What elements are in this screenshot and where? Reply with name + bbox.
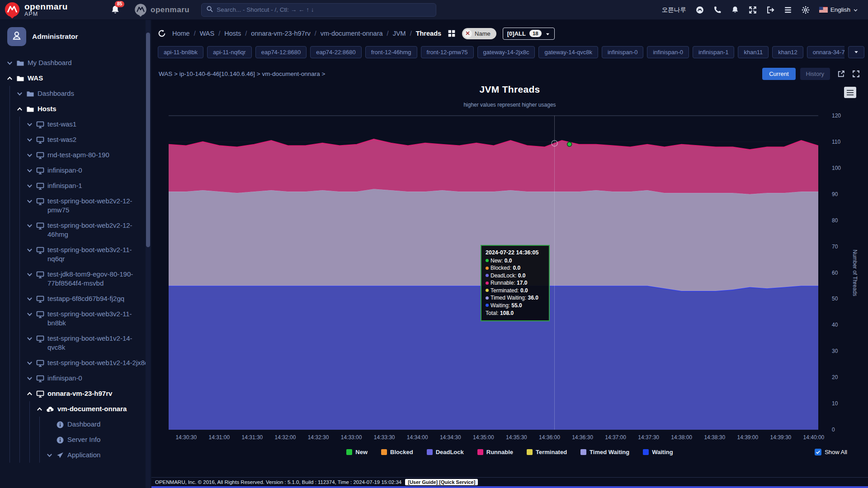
breadcrumb-item[interactable]: vm-document-onnara (321, 30, 383, 37)
breadcrumb-item[interactable]: Hosts (224, 30, 241, 37)
server-chip[interactable]: eap74-22:8680 (310, 46, 361, 58)
tree-item-testapp-6f8cd67b94-fj2gq[interactable]: testapp-6f8cd67b94-fj2gq (20, 291, 151, 306)
admin-profile[interactable]: Administrator (0, 20, 151, 52)
chevron-up-icon[interactable] (36, 406, 43, 413)
chips-overflow-button[interactable] (848, 46, 864, 58)
breadcrumb-item[interactable]: onnara-vm-23-h97rv (251, 30, 310, 37)
chevron-up-icon[interactable] (6, 75, 13, 82)
tree-item-vm-document-onnara[interactable]: vm-document-onnara (30, 401, 151, 417)
tree-item-test-spring-boot-web3v2-11-nq6qr[interactable]: test-spring-boot-web3v2-11-nq6qr (20, 242, 151, 267)
legend-item-runnable[interactable]: Runnable (477, 449, 513, 455)
chevron-down-icon[interactable] (26, 222, 33, 229)
sign-out-icon[interactable] (766, 6, 774, 14)
breadcrumb-item[interactable]: Home (172, 30, 190, 37)
server-chip[interactable]: onnara-34-74zmk (807, 46, 844, 58)
tree-item-test-spring-boot-web2v2-12-pmw75[interactable]: test-spring-boot-web2v2-12-pmw75 (20, 193, 151, 218)
legend-item-timed-waiting[interactable]: Timed Waiting (580, 449, 629, 455)
chevron-down-icon[interactable] (26, 167, 33, 174)
chevron-down-icon[interactable] (26, 296, 33, 302)
tree-item-hosts[interactable]: Hosts (10, 101, 151, 117)
server-chip[interactable]: gateway-14-qvc8k (538, 46, 598, 58)
chart-context-menu-button[interactable] (844, 87, 856, 98)
tree-item-application[interactable]: Application (40, 447, 151, 463)
server-chip[interactable]: front-12-pmw75 (421, 46, 474, 58)
tree-item-test-spring-boot-web1v2-14-2jx8c[interactable]: test-spring-boot-web1v2-14-2jx8c (20, 355, 151, 371)
show-all-toggle[interactable]: Show All (815, 449, 847, 455)
chevron-down-icon[interactable] (6, 60, 13, 66)
chevron-down-icon[interactable] (26, 136, 33, 143)
chevron-down-icon[interactable] (46, 452, 53, 459)
fullscreen-button[interactable] (852, 70, 860, 78)
tree-item-test-spring-boot-web1v2-14-qvc8k[interactable]: test-spring-boot-web1v2-14-qvc8k (20, 331, 151, 355)
chevron-down-icon[interactable] (26, 247, 33, 253)
chevron-down-icon[interactable] (16, 90, 23, 97)
legend-item-blocked[interactable]: Blocked (381, 449, 413, 455)
server-chip[interactable]: khan11 (738, 46, 769, 58)
menu-icon[interactable] (784, 6, 792, 14)
chevron-down-icon[interactable] (26, 311, 33, 318)
chevron-down-icon[interactable] (26, 271, 33, 278)
tree-item-server-info[interactable]: Server Info (40, 432, 151, 447)
global-search[interactable] (201, 3, 436, 17)
chevron-up-icon[interactable] (26, 390, 33, 397)
chevron-up-icon[interactable] (16, 106, 23, 113)
server-chip[interactable]: infinispan-0 (602, 46, 644, 58)
server-chip[interactable]: infinispan-0 (647, 46, 689, 58)
breadcrumb-item[interactable]: Threads (416, 30, 441, 37)
open-new-window-button[interactable] (837, 70, 845, 78)
language-selector[interactable]: English (819, 6, 858, 13)
server-chip[interactable]: infinispan-1 (693, 46, 735, 58)
tree-item-test-spring-boot-web2v2-12-46hmg[interactable]: test-spring-boot-web2v2-12-46hmg (20, 218, 151, 242)
breadcrumb-item[interactable]: JVM (393, 30, 406, 37)
server-chip[interactable]: gateway-14-2jx8c (477, 46, 535, 58)
series-point-marker[interactable] (567, 142, 572, 146)
search-input[interactable] (217, 6, 431, 13)
show-all-checkbox[interactable] (815, 449, 821, 455)
remove-filter-button[interactable] (463, 29, 472, 38)
legend-item-waiting[interactable]: Waiting (643, 449, 673, 455)
grid-view-button[interactable] (448, 29, 456, 38)
tree-item-dashboard[interactable]: Dashboard (40, 417, 151, 432)
phone-icon[interactable] (713, 6, 722, 14)
history-button[interactable]: History (800, 68, 830, 80)
chevron-down-icon[interactable] (26, 360, 33, 366)
notification-bell-button[interactable]: 85 (110, 5, 120, 15)
legend-item-deadlock[interactable]: DeadLock (427, 449, 464, 455)
legend-item-terminated[interactable]: Terminated (527, 449, 567, 455)
tree-item-test-spring-boot-web3v2-11-bn8bk[interactable]: test-spring-boot-web3v2-11-bn8bk (20, 306, 151, 331)
server-chip[interactable]: eap74-12:8680 (255, 46, 307, 58)
all-dropdown[interactable]: [0]ALL 18 (503, 28, 555, 40)
chevron-down-icon[interactable] (26, 198, 33, 205)
chevron-down-icon[interactable] (26, 335, 33, 342)
tree-item-was[interactable]: WAS (0, 70, 151, 86)
tree-item-test-was2[interactable]: test-was2 (20, 132, 151, 147)
sidebar-scrollbar-thumb[interactable] (146, 33, 150, 247)
chevron-down-icon[interactable] (26, 121, 33, 128)
tree-item-infinispan-1[interactable]: infinispan-1 (20, 178, 151, 193)
legend-item-new[interactable]: New (346, 449, 368, 455)
tree-item-onnara-vm-23-h97rv[interactable]: onnara-vm-23-h97rv (20, 386, 151, 401)
tree-item-my-dashboard[interactable]: My Dashboard (0, 55, 151, 70)
chevron-down-icon[interactable] (26, 183, 33, 189)
server-chip[interactable]: khan12 (772, 46, 803, 58)
apm-monitor-icon[interactable] (696, 6, 704, 14)
footer-links[interactable]: [User Guide] [Quick Service] (405, 479, 478, 485)
tree-item-test-was1[interactable]: test-was1 (20, 117, 151, 132)
expand-icon[interactable] (749, 6, 757, 14)
bell-icon[interactable] (731, 6, 739, 14)
server-chip[interactable]: api-11-bn8bk (158, 46, 203, 58)
breadcrumb-item[interactable]: WAS (200, 30, 215, 37)
chevron-down-icon[interactable] (26, 152, 33, 159)
gear-icon[interactable] (802, 6, 810, 14)
current-button[interactable]: Current (762, 68, 795, 80)
tree-item-infinispan-0[interactable]: infinispan-0 (20, 163, 151, 178)
server-chip[interactable]: api-11-nq6qr (207, 46, 252, 58)
app-brand[interactable]: openmaru APM (0, 1, 104, 19)
name-filter-pill[interactable]: Name (462, 28, 496, 39)
tree-item-infinispan-0[interactable]: infinispan-0 (20, 371, 151, 386)
tree-item-rnd-test-apm-80-190[interactable]: rnd-test-apm-80-190 (20, 147, 151, 163)
chevron-down-icon[interactable] (26, 375, 33, 382)
tree-item-test-jdk8-tom9-egov-80-190-77bf8564f4-msvbd[interactable]: test-jdk8-tom9-egov-80-190-77bf8564f4-ms… (20, 267, 151, 291)
tree-item-dashboards[interactable]: Dashboards (10, 86, 151, 101)
refresh-button[interactable] (158, 29, 166, 38)
